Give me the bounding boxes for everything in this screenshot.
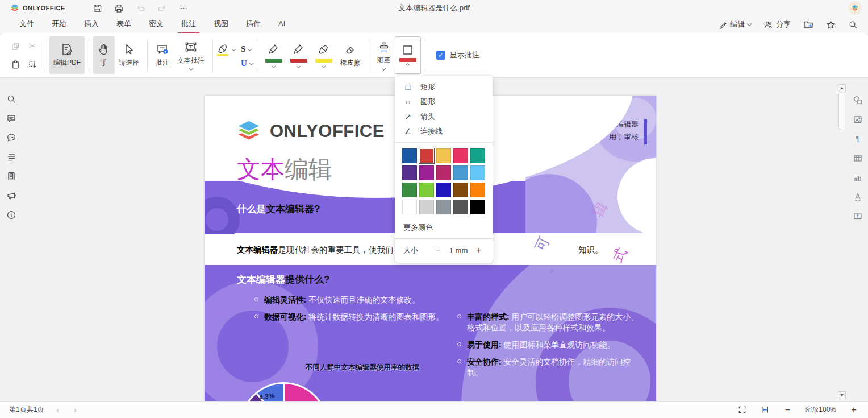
chart-settings-icon[interactable]: [853, 172, 863, 183]
color-swatch-4[interactable]: [453, 148, 468, 163]
textbox-settings-icon[interactable]: [853, 211, 863, 221]
strikethrough-button[interactable]: S: [241, 44, 253, 54]
color-swatch-20[interactable]: [470, 200, 485, 214]
color-swatch-14[interactable]: [453, 183, 468, 197]
tab-1[interactable]: 文件: [16, 16, 37, 34]
select-all-icon[interactable]: [27, 59, 38, 70]
share-button[interactable]: 分享: [763, 19, 791, 30]
color-swatch-7[interactable]: [419, 165, 434, 180]
paragraph-settings-icon[interactable]: ¶: [853, 134, 863, 144]
status-bar: 第1页共1页 ‹ › − 缩放100% +: [0, 401, 868, 418]
select-tool-button[interactable]: 请选择: [115, 36, 143, 74]
color-swatch-19[interactable]: [453, 200, 468, 214]
chat-icon[interactable]: [6, 133, 16, 143]
cut-icon[interactable]: ✂: [27, 40, 38, 52]
edit-pdf-button[interactable]: 编辑PDF: [49, 36, 85, 74]
size-increase-button[interactable]: +: [473, 245, 485, 256]
eraser-button[interactable]: 橡皮擦: [336, 36, 365, 74]
info-icon[interactable]: [6, 210, 16, 220]
color-swatch-12[interactable]: [419, 183, 434, 197]
color-swatch-8[interactable]: [436, 165, 451, 180]
feedback-megaphone-icon[interactable]: [6, 191, 16, 201]
save-icon[interactable]: [93, 3, 103, 13]
highlighter-yellow-button[interactable]: [311, 36, 336, 74]
zoom-out-button[interactable]: −: [782, 405, 792, 415]
color-swatch-9[interactable]: [453, 165, 468, 180]
color-swatch-17[interactable]: [419, 200, 434, 214]
search-icon[interactable]: [848, 20, 858, 30]
shape-menu-item-1[interactable]: □矩形: [395, 80, 493, 94]
shape-tool-button[interactable]: [395, 36, 421, 74]
edit-document-icon: [60, 43, 74, 56]
page-thumbnails-icon[interactable]: [6, 171, 16, 181]
tab-6[interactable]: 批注: [178, 16, 199, 34]
tab-5[interactable]: 密文: [145, 16, 167, 34]
more-icon[interactable]: ⋯: [179, 3, 189, 13]
table-settings-icon[interactable]: [853, 153, 863, 163]
underline-button[interactable]: U: [241, 59, 253, 68]
hand-tool-button[interactable]: 手: [93, 36, 115, 74]
tab-3[interactable]: 插入: [81, 16, 102, 34]
show-comments-checkbox[interactable]: ✓ 显示批注: [436, 50, 479, 60]
print-icon[interactable]: [114, 3, 124, 13]
color-swatch-5[interactable]: [470, 148, 485, 163]
zoom-in-button[interactable]: +: [849, 405, 859, 415]
color-swatch-3[interactable]: [436, 148, 451, 163]
highlight-color-button[interactable]: [217, 43, 235, 56]
left-panel: [0, 78, 23, 401]
chevron-up-icon: [406, 63, 410, 67]
prev-page-button[interactable]: ‹: [56, 405, 59, 415]
tab-2[interactable]: 开始: [48, 16, 70, 34]
textart-settings-icon[interactable]: [853, 192, 863, 202]
image-settings-icon[interactable]: [853, 114, 863, 125]
tab-4[interactable]: 表单: [113, 16, 135, 34]
stamp-button[interactable]: 图章: [373, 36, 395, 74]
next-page-button[interactable]: ›: [74, 405, 77, 415]
tab-9[interactable]: AI: [275, 16, 289, 32]
pen-red-button[interactable]: [286, 36, 311, 74]
color-swatch-18[interactable]: [436, 200, 451, 214]
fit-page-icon[interactable]: [737, 405, 747, 415]
search-icon[interactable]: [6, 94, 16, 104]
fit-width-icon[interactable]: [760, 405, 770, 415]
color-swatch-1[interactable]: [402, 148, 417, 163]
shape-settings-icon[interactable]: [853, 95, 863, 105]
tab-8[interactable]: 插件: [243, 16, 264, 34]
scroll-up-button[interactable]: [838, 84, 846, 92]
avatar[interactable]: [849, 2, 861, 14]
comments-panel-icon[interactable]: [6, 113, 16, 123]
color-swatch-16[interactable]: [402, 200, 417, 214]
comment-button[interactable]: 批注: [152, 36, 173, 74]
tab-7[interactable]: 视图: [210, 16, 232, 34]
undo-icon[interactable]: [136, 3, 146, 13]
redo-icon[interactable]: [157, 3, 168, 13]
pen-green-button[interactable]: [261, 36, 286, 74]
ribbon-tab-row: 文件开始插入表单密文批注视图插件AI 编辑 分享: [0, 16, 868, 33]
edit-mode-button[interactable]: 编辑: [719, 19, 751, 30]
chevron-down-icon: [322, 64, 326, 68]
page-indicator: 第1页共1页: [9, 405, 44, 415]
paste-icon[interactable]: [10, 59, 21, 70]
shape-menu-item-4[interactable]: ∠连接线: [395, 124, 493, 139]
color-swatch-6[interactable]: [402, 165, 417, 180]
pen-icon: [292, 43, 306, 56]
vertical-scrollbar[interactable]: [838, 84, 846, 399]
highlighter-icon: [317, 43, 331, 56]
text-comment-button[interactable]: 文本批注: [173, 36, 208, 74]
zoom-level: 缩放100%: [805, 405, 836, 415]
size-decrease-button[interactable]: −: [432, 245, 444, 256]
scroll-down-button[interactable]: [838, 391, 846, 399]
color-swatch-10[interactable]: [470, 165, 485, 180]
shape-menu-item-3[interactable]: ↗箭头: [395, 109, 493, 124]
favorite-star-icon[interactable]: [826, 20, 836, 30]
headings-outline-icon[interactable]: [6, 152, 16, 162]
more-colors-button[interactable]: 更多颜色: [395, 218, 493, 238]
color-swatch-11[interactable]: [402, 183, 417, 197]
shape-menu-item-2[interactable]: ○圆形: [395, 94, 493, 109]
color-swatch-2[interactable]: [419, 148, 434, 163]
scrollbar-thumb[interactable]: [838, 93, 845, 129]
copy-icon[interactable]: [10, 40, 21, 52]
color-swatch-15[interactable]: [470, 183, 485, 197]
open-file-location-icon[interactable]: [803, 19, 813, 30]
color-swatch-13[interactable]: [436, 183, 451, 197]
